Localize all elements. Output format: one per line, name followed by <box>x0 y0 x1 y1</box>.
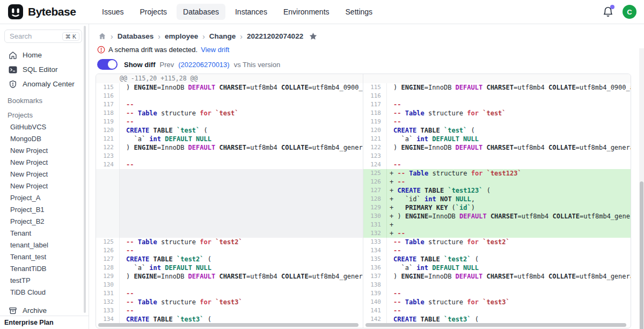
diff-toolbar: Show diff Prev (202206270013) vs This ve… <box>89 54 644 70</box>
line-number <box>96 229 120 238</box>
line-number: 125 <box>96 238 120 246</box>
project-item[interactable]: Tenant <box>0 228 89 239</box>
view-drift-link[interactable]: View drift <box>201 46 229 54</box>
code-text: -- <box>120 246 134 255</box>
code-text: CREATE TABLE `test` ( <box>120 126 208 135</box>
sidebar-item-anomaly-center[interactable]: Anomaly Center <box>0 77 89 91</box>
sidebar-item-home[interactable]: Home <box>0 48 89 62</box>
line-number: 131 <box>96 289 120 298</box>
prev-version-link[interactable]: (202206270013) <box>178 61 229 69</box>
code-text: CREATE TABLE `test3` ( <box>387 315 479 324</box>
code-text: + <box>387 221 393 229</box>
line-number: 126 <box>96 246 120 255</box>
line-number <box>96 195 120 203</box>
line-number: 127 <box>363 186 387 195</box>
vertical-scrollbar-thumb[interactable] <box>640 181 643 329</box>
project-item[interactable]: New Project <box>0 180 89 192</box>
diff-line: 131-- <box>96 289 363 298</box>
notification-bell-icon[interactable] <box>602 6 614 18</box>
project-item[interactable]: Project_B1 <box>0 204 89 216</box>
code-text: -- <box>387 289 401 298</box>
topnav-item-instances[interactable]: Instances <box>229 4 274 20</box>
code-text: + -- <box>387 229 405 238</box>
line-number: 141 <box>363 306 387 315</box>
diff-placeholder-row <box>96 203 363 212</box>
topnav-item-databases[interactable]: Databases <box>177 4 225 20</box>
project-item[interactable]: Tenant_test <box>0 251 89 263</box>
vertical-scrollbar-track[interactable] <box>639 48 644 329</box>
schema-drift-banner: A schema drift was detected. View drift <box>89 41 644 54</box>
diff-hunk-header: @@ -115,20 +115,28 @@ <box>96 74 363 83</box>
line-number: 121 <box>96 135 120 143</box>
project-item[interactable]: TenantTiDB <box>0 263 89 275</box>
project-item[interactable]: MongoDB <box>0 133 89 145</box>
diff-line: 120CREATE TABLE `test` ( <box>96 126 363 135</box>
topnav-item-projects[interactable]: Projects <box>133 4 173 20</box>
code-text <box>120 203 126 212</box>
line-number: 120 <box>363 126 387 135</box>
code-text: -- <box>120 118 134 126</box>
project-item[interactable]: tenant_label <box>0 239 89 251</box>
horizontal-scrollbar-right[interactable] <box>365 323 626 327</box>
diff-line: 133-- <box>96 306 363 315</box>
show-diff-toggle[interactable] <box>97 59 118 70</box>
diff-line: 125-- Table structure for `test2` <box>96 238 363 246</box>
vs-label: vs This version <box>234 61 280 69</box>
search-input[interactable] <box>10 32 58 40</box>
line-number: 123 <box>96 152 120 160</box>
project-item[interactable]: New Project <box>0 145 89 157</box>
code-text <box>120 221 126 229</box>
shield-icon <box>9 80 17 89</box>
project-item[interactable]: testTP <box>0 275 89 287</box>
diff-line: 122) ENGINE=InnoDB DEFAULT CHARSET=utf8m… <box>363 143 631 152</box>
sidebar-item-label: SQL Editor <box>23 65 58 74</box>
topnav-item-settings[interactable]: Settings <box>339 4 379 20</box>
code-text: ) ENGINE=InnoDB DEFAULT CHARSET=utf8mb4 … <box>120 143 363 152</box>
breadcrumb-home-icon[interactable] <box>98 32 106 40</box>
project-item[interactable]: New Project <box>0 157 89 169</box>
user-avatar[interactable]: C <box>623 5 636 19</box>
code-text: -- Table structure for `test` <box>387 109 506 118</box>
line-number <box>96 178 120 186</box>
code-text: -- <box>120 160 134 169</box>
code-text <box>387 152 393 160</box>
line-number: 134 <box>96 315 120 324</box>
diff-line: 138 <box>363 281 631 289</box>
sidebar-item-sql-editor[interactable]: SQL Editor <box>0 62 89 77</box>
diff-line: 119-- <box>96 118 363 126</box>
project-item[interactable]: GitHubVCS <box>0 121 89 133</box>
breadcrumb-item[interactable]: Change <box>209 32 236 40</box>
code-text: -- <box>387 246 401 255</box>
breadcrumb-item[interactable]: Databases <box>118 32 154 40</box>
bookmark-star-icon[interactable] <box>309 32 318 41</box>
code-text <box>120 195 126 203</box>
breadcrumb-separator: › <box>111 32 113 41</box>
project-item[interactable]: Project_A <box>0 192 89 204</box>
horizontal-scrollbar-left[interactable] <box>98 323 358 327</box>
sidebar-scrollbar[interactable] <box>84 26 86 313</box>
line-number: 117 <box>363 100 387 109</box>
code-text <box>120 281 126 289</box>
show-diff-label: Show diff <box>124 61 156 69</box>
line-number: 137 <box>363 272 387 281</box>
search-box[interactable]: ⌘ K <box>4 30 82 43</box>
project-item[interactable]: New Project <box>0 169 89 180</box>
breadcrumb-item[interactable]: 20221202074022 <box>247 32 303 40</box>
code-text: CREATE TABLE `test2` ( <box>120 255 211 264</box>
diff-line: 127CREATE TABLE `test2` ( <box>96 255 363 264</box>
code-text: + -- <box>387 178 405 186</box>
project-item[interactable]: Project_B2 <box>0 216 89 228</box>
diff-line: 123 <box>363 152 631 160</box>
code-text: ) ENGINE=InnoDB DEFAULT CHARSET=utf8mb4 … <box>387 143 631 152</box>
bytebase-logo[interactable]: Bytebase <box>0 4 90 20</box>
code-text: -- <box>387 100 401 109</box>
topnav-item-environments[interactable]: Environments <box>277 4 336 20</box>
topnav-item-issues[interactable]: Issues <box>96 4 130 20</box>
terminal-icon <box>9 65 17 74</box>
diff-line: 134CREATE TABLE `test3` ( <box>96 315 363 324</box>
diff-line: 128 `a` int DEFAULT NULL <box>96 264 363 272</box>
line-number: 122 <box>96 143 120 152</box>
project-item[interactable]: TiDB Cloud <box>0 287 89 298</box>
breadcrumb-item[interactable]: employee <box>165 32 198 40</box>
line-number <box>96 203 120 212</box>
